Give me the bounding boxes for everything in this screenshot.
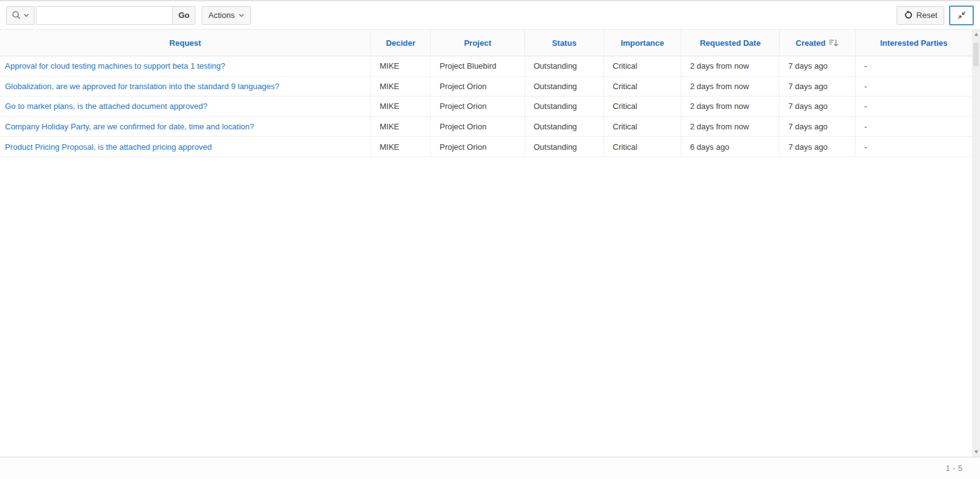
cell-decider: MIKE xyxy=(371,56,431,76)
cell-request: Company Holiday Party, are we confirmed … xyxy=(0,117,371,137)
column-header-label: Requested Date xyxy=(700,38,761,48)
cell-status: Outstanding xyxy=(525,56,604,76)
cell-requested_date: 2 days from now xyxy=(681,77,780,97)
toolbar-right-group: Reset xyxy=(897,6,974,25)
magnifier-icon xyxy=(12,11,21,20)
cell-decider: MIKE xyxy=(371,77,431,97)
report-footer: 1 - 5 xyxy=(0,457,980,479)
toolbar-search-group: Go Actions xyxy=(6,6,897,25)
reset-button-label: Reset xyxy=(916,11,937,20)
column-header-decider[interactable]: Decider xyxy=(371,30,431,56)
cell-project: Project Orion xyxy=(431,97,525,116)
table-row: Company Holiday Party, are we confirmed … xyxy=(0,117,980,137)
table-row: Go to market plans, is the attached docu… xyxy=(0,97,980,117)
sort-descending-icon xyxy=(829,39,839,47)
cell-importance: Critical xyxy=(604,137,681,157)
cell-interested_parties: - xyxy=(856,56,972,76)
scrollbar-thumb[interactable] xyxy=(973,43,979,66)
cell-created: 7 days ago xyxy=(780,97,856,116)
cell-created: 7 days ago xyxy=(780,137,856,157)
table-row: Approval for cloud testing machines to s… xyxy=(0,56,980,77)
cell-request: Globalization, are we approved for trans… xyxy=(0,77,371,97)
pagination-range-label: 1 - 5 xyxy=(945,464,963,473)
column-header-label: Status xyxy=(552,38,577,48)
column-header-label: Created xyxy=(796,38,825,48)
cell-requested_date: 2 days from now xyxy=(681,56,780,76)
cell-decider: MIKE xyxy=(371,117,431,137)
cell-project: Project Orion xyxy=(431,117,525,137)
table-header-row: RequestDeciderProjectStatusImportanceReq… xyxy=(0,30,980,56)
column-header-label: Interested Parties xyxy=(880,38,947,48)
cell-interested_parties: - xyxy=(856,117,972,137)
request-link[interactable]: Approval for cloud testing machines to s… xyxy=(5,61,225,71)
request-link[interactable]: Go to market plans, is the attached docu… xyxy=(5,101,207,111)
cell-request: Product Pricing Proposal, is the attache… xyxy=(0,137,371,157)
column-header-requested_date[interactable]: Requested Date xyxy=(681,30,780,56)
column-header-label: Project xyxy=(464,38,491,48)
cell-requested_date: 6 days ago xyxy=(681,137,780,157)
request-link[interactable]: Company Holiday Party, are we confirmed … xyxy=(5,122,254,131)
cell-project: Project Orion xyxy=(431,77,525,97)
cell-request: Go to market plans, is the attached docu… xyxy=(0,97,371,116)
cell-requested_date: 2 days from now xyxy=(681,97,780,116)
cell-project: Project Orion xyxy=(431,137,525,157)
column-header-request[interactable]: Request xyxy=(0,30,371,56)
search-input[interactable] xyxy=(36,6,173,25)
cell-created: 7 days ago xyxy=(780,77,856,97)
cell-importance: Critical xyxy=(604,97,681,116)
column-header-label: Importance xyxy=(621,38,664,48)
vertical-scrollbar[interactable] xyxy=(972,30,980,457)
column-header-status[interactable]: Status xyxy=(525,30,604,56)
cell-created: 7 days ago xyxy=(780,56,856,76)
column-header-importance[interactable]: Importance xyxy=(604,30,681,56)
cell-created: 7 days ago xyxy=(780,117,856,137)
cell-status: Outstanding xyxy=(525,137,604,157)
cell-request: Approval for cloud testing machines to s… xyxy=(0,56,371,76)
column-header-label: Decider xyxy=(386,38,415,48)
collapse-region-button[interactable] xyxy=(949,6,974,25)
interactive-grid-region: RequestDeciderProjectStatusImportanceReq… xyxy=(0,30,980,457)
cell-decider: MIKE xyxy=(371,97,431,116)
cell-importance: Critical xyxy=(604,56,681,76)
toolbar: Go Actions Reset xyxy=(0,0,980,30)
table-body: Approval for cloud testing machines to s… xyxy=(0,56,980,157)
go-button[interactable]: Go xyxy=(173,6,195,25)
cell-importance: Critical xyxy=(604,117,681,137)
cell-importance: Critical xyxy=(604,77,681,97)
table-row: Product Pricing Proposal, is the attache… xyxy=(0,137,980,157)
chevron-down-icon xyxy=(23,14,29,17)
scroll-down-arrow-icon[interactable] xyxy=(972,447,980,457)
request-link[interactable]: Product Pricing Proposal, is the attache… xyxy=(5,142,212,152)
column-header-project[interactable]: Project xyxy=(431,30,525,56)
collapse-inward-arrows-icon xyxy=(957,11,966,20)
column-header-created[interactable]: Created xyxy=(780,30,856,56)
cell-requested_date: 2 days from now xyxy=(681,117,780,137)
request-link[interactable]: Globalization, are we approved for trans… xyxy=(5,82,279,91)
table-row: Globalization, are we approved for trans… xyxy=(0,77,980,97)
cell-interested_parties: - xyxy=(856,77,972,97)
chevron-down-icon xyxy=(239,14,244,17)
reset-button[interactable]: Reset xyxy=(897,6,944,25)
search-column-selector-button[interactable] xyxy=(6,6,35,25)
column-header-interested_parties[interactable]: Interested Parties xyxy=(856,30,972,56)
actions-menu-button[interactable]: Actions xyxy=(202,6,251,25)
actions-button-label: Actions xyxy=(208,11,235,20)
cell-status: Outstanding xyxy=(525,77,604,97)
column-header-label: Request xyxy=(169,38,201,48)
cell-status: Outstanding xyxy=(525,117,604,137)
scroll-up-arrow-icon[interactable] xyxy=(972,30,980,39)
cell-interested_parties: - xyxy=(856,97,972,116)
reset-circular-arrow-icon xyxy=(903,11,913,20)
cell-status: Outstanding xyxy=(525,97,604,116)
cell-decider: MIKE xyxy=(371,137,431,157)
cell-interested_parties: - xyxy=(856,137,972,157)
cell-project: Project Bluebird xyxy=(431,56,525,76)
